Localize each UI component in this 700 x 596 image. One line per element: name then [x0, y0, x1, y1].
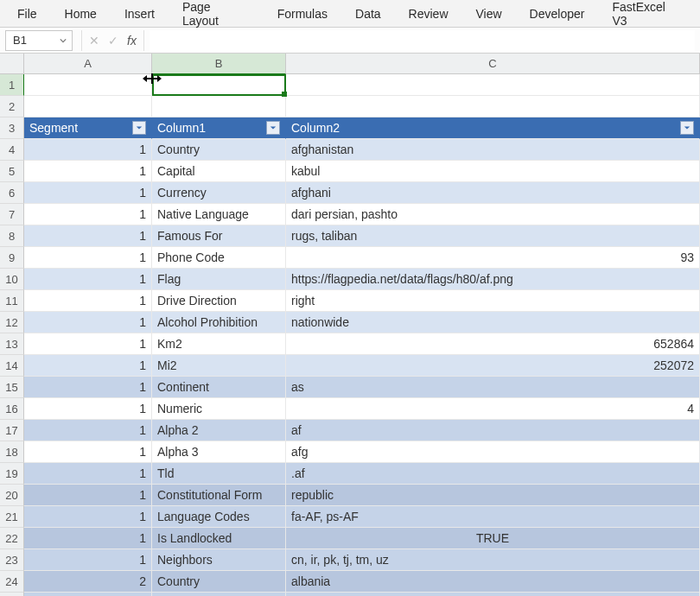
cell[interactable]: TRUE [286, 528, 700, 549]
cell[interactable]: 1 [24, 161, 152, 182]
cell[interactable]: dari persian, pashto [286, 204, 700, 225]
select-all-corner[interactable] [0, 54, 24, 74]
cell[interactable]: 93 [286, 247, 700, 269]
row-header[interactable]: 10 [0, 269, 24, 290]
cell[interactable]: right [286, 290, 700, 312]
cell[interactable]: 252072 [286, 355, 700, 377]
filter-dropdown-icon[interactable] [132, 121, 146, 135]
cell[interactable]: 1 [24, 333, 152, 355]
formula-cancel-icon[interactable]: ✕ [89, 34, 99, 48]
row-header[interactable]: 17 [0, 420, 24, 441]
formula-confirm-icon[interactable]: ✓ [108, 34, 118, 48]
table-header-column2[interactable]: Column2 [286, 117, 700, 139]
cell[interactable]: 1 [24, 355, 152, 377]
cell[interactable]: kabul [286, 161, 700, 182]
cell[interactable] [24, 74, 152, 96]
ribbon-tab-fastexcel-v3[interactable]: FastExcel V3 [598, 0, 697, 27]
ribbon-tab-insert[interactable]: Insert [111, 0, 169, 27]
cell[interactable]: 1 [24, 420, 152, 441]
cell[interactable]: 1 [24, 549, 152, 571]
cell[interactable]: Native Language [152, 204, 286, 225]
row-header[interactable]: 18 [0, 441, 24, 463]
row-header[interactable]: 23 [0, 549, 24, 571]
table-header-column1[interactable]: Column1 [152, 117, 286, 139]
row-header[interactable]: 9 [0, 247, 24, 269]
cell[interactable]: 1 [24, 312, 152, 333]
cell[interactable]: 1 [24, 139, 152, 161]
cell[interactable]: Constitutional Form [152, 485, 286, 506]
cell[interactable]: .af [286, 463, 700, 485]
cell[interactable] [24, 96, 152, 117]
fx-icon[interactable]: fx [127, 34, 137, 48]
ribbon-tab-developer[interactable]: Developer [516, 0, 599, 27]
cell[interactable]: Currency [152, 182, 286, 204]
cell[interactable]: 1 [24, 247, 152, 269]
cell[interactable]: Neighbors [152, 549, 286, 571]
row-header[interactable]: 20 [0, 485, 24, 506]
row-header[interactable]: 22 [0, 528, 24, 549]
row-header[interactable]: 21 [0, 506, 24, 528]
table-header-segment[interactable]: Segment [24, 117, 152, 139]
cell[interactable] [286, 96, 700, 117]
filter-dropdown-icon[interactable] [680, 121, 694, 135]
cell[interactable]: 1 [24, 506, 152, 528]
cell[interactable]: 1 [24, 485, 152, 506]
cell[interactable]: Alpha 3 [152, 441, 286, 463]
cell[interactable]: Language Codes [152, 506, 286, 528]
cell[interactable]: as [286, 377, 700, 398]
cell[interactable]: Drive Direction [152, 290, 286, 312]
cell[interactable]: 1 [24, 290, 152, 312]
cell[interactable]: fa-AF, ps-AF [286, 506, 700, 528]
cell[interactable]: albania [286, 571, 700, 593]
row-header[interactable]: 15 [0, 377, 24, 398]
ribbon-tab-file[interactable]: File [3, 0, 51, 27]
cell[interactable]: 1 [24, 269, 152, 290]
cell[interactable]: af [286, 420, 700, 441]
cell[interactable] [152, 96, 286, 117]
cell[interactable]: 1 [24, 463, 152, 485]
cell[interactable]: Alcohol Prohibition [152, 312, 286, 333]
formula-input[interactable] [150, 30, 695, 51]
cell[interactable]: Continent [152, 377, 286, 398]
ribbon-tab-review[interactable]: Review [395, 0, 462, 27]
cell[interactable]: Country [152, 571, 286, 593]
cell[interactable]: 1 [24, 225, 152, 247]
cell[interactable] [152, 74, 286, 96]
row-header[interactable]: 7 [0, 204, 24, 225]
cell[interactable]: Capital [152, 161, 286, 182]
cell[interactable]: Country [152, 139, 286, 161]
cell[interactable]: 1 [24, 204, 152, 225]
cell[interactable]: Flag [152, 269, 286, 290]
row-header[interactable]: 4 [0, 139, 24, 161]
cell[interactable]: Mi2 [152, 355, 286, 377]
cell[interactable]: Phone Code [152, 247, 286, 269]
cell[interactable]: rugs, taliban [286, 225, 700, 247]
col-header-b[interactable]: B [152, 54, 286, 74]
row-header[interactable]: 5 [0, 161, 24, 182]
cell[interactable]: Capital [152, 593, 286, 596]
cell[interactable]: tirane [286, 593, 700, 596]
cell[interactable]: afghanistan [286, 139, 700, 161]
cell[interactable]: Numeric [152, 398, 286, 420]
row-header[interactable]: 12 [0, 312, 24, 333]
cell[interactable]: cn, ir, pk, tj, tm, uz [286, 549, 700, 571]
col-header-a[interactable]: A [24, 54, 152, 74]
cell[interactable]: afghani [286, 182, 700, 204]
row-header[interactable]: 3 [0, 117, 24, 139]
ribbon-tab-view[interactable]: View [462, 0, 516, 27]
cell[interactable]: afg [286, 441, 700, 463]
row-header[interactable]: 8 [0, 225, 24, 247]
col-header-c[interactable]: C [286, 54, 700, 74]
cell[interactable]: 652864 [286, 333, 700, 355]
cell[interactable]: 1 [24, 528, 152, 549]
row-header[interactable]: 13 [0, 333, 24, 355]
cell[interactable]: Is Landlocked [152, 528, 286, 549]
cell[interactable]: nationwide [286, 312, 700, 333]
cell[interactable]: Km2 [152, 333, 286, 355]
cell[interactable]: republic [286, 485, 700, 506]
filter-dropdown-icon[interactable] [266, 121, 280, 135]
cell[interactable]: https://flagpedia.net/data/flags/h80/af.… [286, 269, 700, 290]
cell[interactable]: 1 [24, 398, 152, 420]
ribbon-tab-formulas[interactable]: Formulas [264, 0, 341, 27]
row-header[interactable]: 25 [0, 593, 24, 596]
